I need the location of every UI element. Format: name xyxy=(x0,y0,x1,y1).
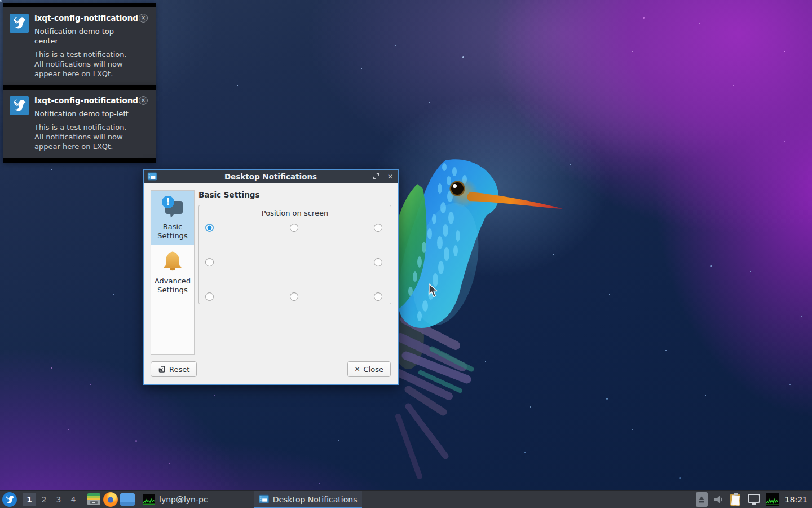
lxqt-panel: 1 2 3 4 lynp@lyn-pc Desktop Noti xyxy=(0,490,812,508)
svg-text:!: ! xyxy=(166,197,170,207)
notification-close-icon[interactable]: × xyxy=(139,14,148,23)
minimize-button[interactable]: – xyxy=(361,170,365,183)
restore-icon[interactable] xyxy=(373,170,379,183)
clock[interactable]: 18:21 xyxy=(785,495,807,504)
workspace-switcher-4[interactable]: 4 xyxy=(67,493,80,506)
sidebar-item-basic-settings[interactable]: ! Basic Settings xyxy=(151,191,194,245)
workspace-switcher-2[interactable]: 2 xyxy=(37,493,51,506)
eject-icon xyxy=(698,496,705,503)
volume-icon[interactable] xyxy=(713,494,724,505)
taskbar-task-desktop-notifications[interactable]: Desktop Notifications xyxy=(254,491,363,508)
notification-app-name: lxqt-config-notificationd xyxy=(34,96,149,106)
application-menu-button[interactable] xyxy=(2,492,17,507)
notification-summary: Notification demo top-center xyxy=(34,27,135,46)
notification-popup[interactable]: lxqt-config-notificationd × Notification… xyxy=(3,85,156,163)
file-manager-icon xyxy=(87,493,100,505)
terminal-window-icon xyxy=(143,494,155,505)
file-manager-launcher[interactable] xyxy=(86,492,102,507)
group-title: Position on screen xyxy=(199,209,391,217)
sidebar-item-advanced-settings[interactable]: Advanced Settings xyxy=(151,245,194,299)
desktop-notifications-window: Desktop Notifications – ✕ ! Ba xyxy=(143,169,399,385)
advanced-settings-bell-icon xyxy=(160,249,186,274)
bird-eye xyxy=(450,181,465,196)
radio-position-middle-right[interactable] xyxy=(374,258,382,266)
settings-category-list: ! Basic Settings Advanced Settings xyxy=(151,190,195,355)
window-titlebar[interactable]: Desktop Notifications – ✕ xyxy=(144,170,398,183)
window-title: Desktop Notifications xyxy=(144,172,398,181)
close-button-label: Close xyxy=(364,365,383,374)
blue-app-icon xyxy=(120,493,135,506)
sidebar-item-label: Advanced Settings xyxy=(155,277,191,294)
notification-body: lxqt-config-notificationd × Notification… xyxy=(3,90,156,158)
notification-summary: Notification demo top-left xyxy=(34,109,135,119)
workspace-switcher-3[interactable]: 3 xyxy=(52,493,65,506)
radio-position-top-right[interactable] xyxy=(374,224,382,232)
star-field-bright xyxy=(0,0,2,2)
sidebar-item-label: Basic Settings xyxy=(157,222,187,240)
radio-position-bottom-left[interactable] xyxy=(205,292,214,301)
section-heading: Basic Settings xyxy=(198,190,260,199)
desktop-notifications-window-icon xyxy=(259,494,269,504)
task-label: lynp@lyn-pc xyxy=(159,495,208,504)
lxqt-app-icon xyxy=(10,14,29,33)
dialog-content: ! Basic Settings Advanced Settings Basi xyxy=(144,183,398,384)
blue-app-launcher[interactable] xyxy=(120,492,135,507)
notification-body: lxqt-config-notificationd × Notification… xyxy=(3,7,156,85)
radio-position-bottom-right[interactable] xyxy=(374,292,382,301)
lxqt-app-icon xyxy=(10,96,29,115)
screen-settings-icon[interactable] xyxy=(747,493,761,506)
notification-frame-bottom xyxy=(3,158,156,163)
notification-close-icon[interactable]: × xyxy=(139,96,148,105)
mouse-cursor xyxy=(429,283,439,298)
notification-text: This is a test notification. All notific… xyxy=(34,122,135,151)
basic-settings-icon: ! xyxy=(160,195,186,220)
removable-media-button[interactable] xyxy=(696,492,708,507)
firefox-icon xyxy=(103,492,118,507)
firefox-launcher[interactable] xyxy=(103,492,118,507)
close-button[interactable]: ✕ Close xyxy=(347,361,391,377)
position-on-screen-group: Position on screen xyxy=(198,205,391,304)
notification-frame-top xyxy=(3,3,156,7)
radio-position-top-left[interactable] xyxy=(205,224,214,232)
reset-button-label: Reset xyxy=(169,365,189,374)
radio-position-top-center[interactable] xyxy=(290,224,298,232)
close-window-button[interactable]: ✕ xyxy=(387,170,393,183)
bird-tail-feathers xyxy=(392,306,471,476)
taskbar-task-terminal[interactable]: lynp@lyn-pc xyxy=(138,491,213,508)
close-button-icon: ✕ xyxy=(355,365,360,373)
desktop: lxqt-config-notificationd × Notification… xyxy=(0,0,812,508)
system-tray: 18:21 xyxy=(696,492,807,507)
notification-popup[interactable]: lxqt-config-notificationd × Notification… xyxy=(3,3,156,90)
reset-icon xyxy=(158,365,166,373)
radio-position-bottom-center[interactable] xyxy=(290,292,298,301)
radio-position-middle-left[interactable] xyxy=(205,258,214,266)
task-label: Desktop Notifications xyxy=(273,495,358,504)
notification-app-name: lxqt-config-notificationd xyxy=(34,14,149,23)
notification-text: This is a test notification. All notific… xyxy=(34,50,135,78)
reset-button[interactable]: Reset xyxy=(151,361,197,377)
workspace-switcher-1[interactable]: 1 xyxy=(23,493,36,506)
notification-frame-top xyxy=(3,85,156,90)
system-monitor-graph-icon[interactable] xyxy=(766,493,779,506)
clipboard-icon[interactable] xyxy=(729,492,742,507)
